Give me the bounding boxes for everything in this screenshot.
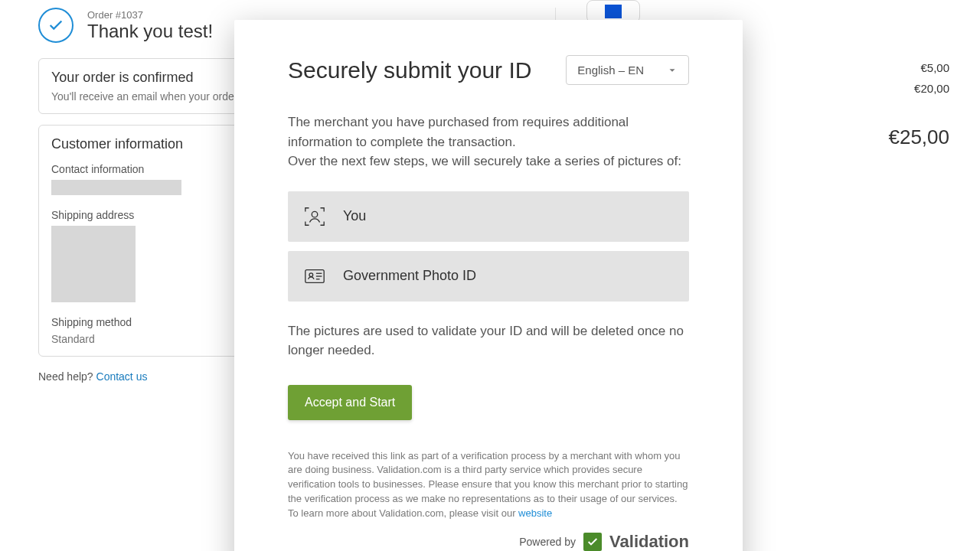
language-selected-label: English – EN	[577, 64, 644, 77]
redacted-contact	[51, 180, 181, 195]
thank-you-heading: Thank you test!	[87, 21, 213, 42]
powered-by-label: Powered by	[519, 536, 576, 548]
step-you: You	[288, 191, 689, 242]
svg-point-0	[312, 211, 318, 217]
contact-us-link[interactable]: Contact us	[96, 370, 148, 383]
disclaimer-text: You have received this link as part of a…	[288, 449, 689, 521]
id-verification-modal: Securely submit your ID English – EN The…	[234, 20, 743, 551]
modal-title: Securely submit your ID	[288, 57, 531, 83]
redacted-address	[51, 226, 136, 302]
step-gov-id-label: Government Photo ID	[343, 268, 476, 284]
chevron-down-icon	[667, 65, 678, 76]
deletion-note: The pictures are used to validate your I…	[288, 321, 689, 360]
website-link[interactable]: website	[518, 507, 552, 519]
language-select[interactable]: English – EN	[566, 55, 689, 85]
step-gov-id: Government Photo ID	[288, 251, 689, 302]
accept-and-start-button[interactable]: Accept and Start	[288, 385, 412, 420]
validation-logo-text: Validation	[609, 532, 689, 551]
step-you-label: You	[343, 208, 366, 224]
powered-by: Powered by Validation	[288, 532, 689, 551]
id-card-icon	[303, 265, 326, 288]
order-number: Order #1037	[87, 9, 213, 21]
modal-intro: The merchant you have purchased from req…	[288, 112, 689, 171]
svg-point-2	[309, 272, 313, 276]
validation-logo-icon	[583, 533, 602, 551]
success-check-icon	[38, 8, 74, 43]
selfie-icon	[303, 205, 326, 228]
help-text: Need help?	[38, 370, 96, 383]
